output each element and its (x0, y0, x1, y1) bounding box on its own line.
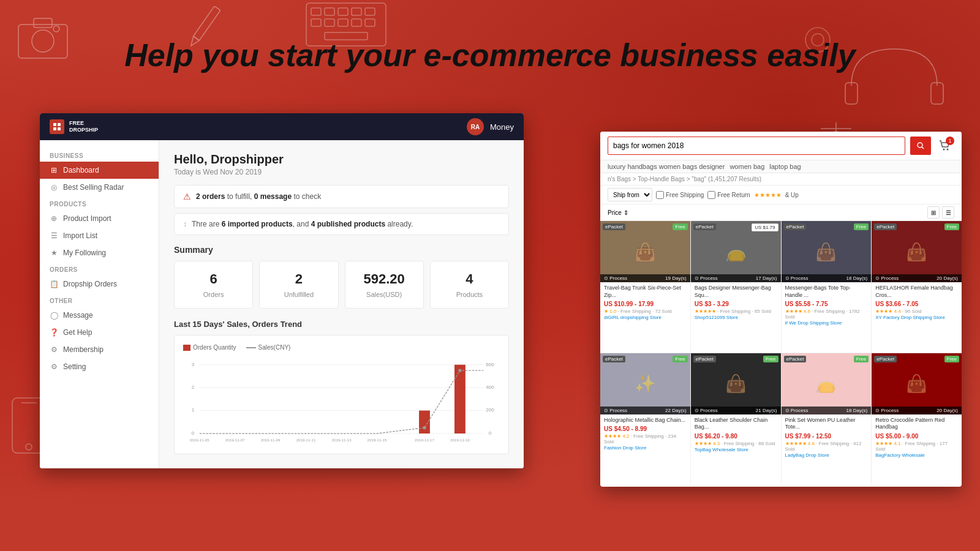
free-return-filter[interactable]: Free Return (707, 191, 750, 199)
sidebar-section-products: PRODUCTS (40, 196, 159, 210)
product-price-1: US $10.99 - 17.99 (604, 301, 687, 307)
price-sort-label: Price ⇕ (608, 209, 628, 216)
sidebar-item-best-selling[interactable]: ◎ Best Selling Radar (40, 179, 159, 196)
process-bar-7: ⊙ Process 18 Day(s) (782, 407, 872, 414)
sidebar-item-import-list[interactable]: ☰ Import List (40, 227, 159, 244)
product-stars-4: ★★★★ 4.4 (875, 309, 900, 314)
sidebar-item-following[interactable]: ★ My Following (40, 244, 159, 261)
process-days-8: 20 Day(s) (937, 408, 958, 413)
logo-area: FREE DROPSHIP (50, 119, 98, 134)
svg-text:2019-11-13: 2019-11-13 (332, 438, 352, 441)
product-store-3: If We Drop Shipping Store (785, 320, 868, 326)
svg-text:0: 0 (192, 430, 195, 436)
free-badge-6: Free (763, 356, 778, 362)
product-info-7: Pink Set Women PU Leather Tote... US $7.… (782, 414, 872, 462)
product-card-3[interactable]: 👜 ePacket Free ⊙ Process 18 Day(s) Messe… (782, 221, 872, 353)
free-badge-5: Free (673, 356, 687, 362)
setting-icon: ⚙ (50, 362, 58, 371)
product-meta-4: ★★★★ 4.4 · 96 Sold (875, 309, 958, 314)
epacket-badge-6: ePacket (693, 356, 716, 362)
sidebar-item-setting[interactable]: ⚙ Setting (40, 358, 159, 375)
product-store-4: XY Factory Drop Shipping Store (875, 315, 958, 320)
process-label-3: ⊙ Process (785, 276, 809, 281)
sidebar: BUSINESS ⊞ Dashboard ◎ Best Selling Rada… (40, 140, 159, 468)
ship-from-select[interactable]: Ship from (608, 188, 652, 201)
product-card-8[interactable]: 👜 ePacket Free ⊙ Process 20 Day(s) Retro… (872, 353, 962, 485)
stars-filter[interactable]: ★★★★★ (754, 192, 782, 198)
dashboard-topbar: FREE DROPSHIP RA Money (40, 113, 524, 140)
svg-text:2019-11-17: 2019-11-17 (415, 438, 434, 441)
tag-1[interactable]: luxury handbags women bags designer (608, 163, 725, 170)
product-card-5[interactable]: ✨ ePacket Free ⊙ Process 22 Day(s) Holog… (600, 353, 690, 485)
imported-count: 6 imported products (222, 220, 293, 228)
sidebar-item-dashboard[interactable]: ⊞ Dashboard (40, 162, 159, 179)
product-name-6: Black Leather Shoulder Chain Bag... (695, 417, 777, 431)
tag-3[interactable]: laptop bag (769, 163, 801, 170)
hero-heading: Help you start your e-commerce business … (124, 37, 856, 73)
product-info-4: HEFLASHOR Female Handbag Cros... US $3.6… (872, 282, 962, 324)
process-days-6: 21 Day(s) (756, 408, 777, 413)
cart-icon-wrap[interactable]: 1 (936, 137, 954, 155)
sidebar-label-message: Message (63, 311, 93, 320)
list-view-btn[interactable]: ☰ (942, 206, 954, 219)
price-sort[interactable]: Price ⇕ (608, 209, 628, 216)
sidebar-label-product-import: Product Import (63, 214, 111, 223)
product-card-6[interactable]: 👜 ePacket Free ⊙ Process 21 Day(s) Black… (691, 353, 781, 485)
process-bar-1: ⊙ Process 19 Day(s) (600, 274, 690, 282)
svg-point-65 (947, 149, 949, 151)
sidebar-item-product-import[interactable]: ⊕ Product Import (40, 210, 159, 227)
product-price-2: US $3 - 3.29 (695, 301, 777, 307)
unfulfilled-label: Unfulfilled (266, 291, 331, 298)
process-label-2: ⊙ Process (695, 276, 718, 281)
product-card-4[interactable]: 👜 ePacket Free ⊙ Process 20 Day(s) HEFLA… (872, 221, 962, 353)
tag-bar: luxury handbags women bags designer wome… (600, 160, 962, 173)
sidebar-item-message[interactable]: ◯ Message (40, 307, 159, 324)
product-meta-3: ★★★★ 4.6 · Free Shipping · 1782 Sold (785, 309, 868, 320)
greeting-text: Hello, Dropshipper (174, 152, 509, 167)
svg-point-62 (918, 143, 922, 148)
legend-sales-line (246, 347, 256, 348)
svg-text:0: 0 (489, 430, 492, 436)
product-meta-2: ★★★★★ · Free Shipping · 65 Sold (695, 309, 777, 314)
product-name-4: HEFLASHOR Female Handbag Cros... (875, 285, 958, 299)
info-products: ↕ Thre are 6 imported products, and 4 pu… (174, 213, 509, 235)
info-text: Thre are 6 imported products, and 4 publ… (192, 220, 413, 228)
date-text: Today is Wed Nov 20 2019 (174, 168, 509, 176)
product-name-1: Travel-Bag Trunk Six-Piece-Set Zip... (604, 285, 687, 299)
product-meta-5: ★★★★ 4.2 · Free Shipping · 234 Sold (604, 433, 687, 444)
sidebar-item-dropship-orders[interactable]: 📋 Dropship Orders (40, 276, 159, 293)
tag-2[interactable]: women bag (729, 163, 764, 170)
dot-7 (458, 369, 461, 372)
breadcrumb-bar: n's Bags > Top-Handle Bags > "bag" (1,45… (600, 173, 962, 186)
epacket-badge-1: ePacket (603, 223, 625, 230)
legend-orders-color (183, 345, 190, 351)
chart-area: 3 2 1 0 600 400 200 0 (183, 356, 500, 441)
sidebar-item-membership[interactable]: ⚙ Membership (40, 341, 159, 358)
product-store-7: LadyBag Drop Store (785, 452, 868, 458)
svg-text:400: 400 (486, 384, 494, 390)
product-meta-6: ★★★★ 4.3 · Free Shipping · 88 Sold (695, 441, 777, 446)
published-count: 4 published products (311, 220, 385, 228)
product-stars-6: ★★★★ 4.3 (695, 441, 720, 446)
free-return-checkbox[interactable] (707, 191, 715, 199)
free-shipping-filter[interactable]: Free Shipping (656, 191, 704, 199)
svg-text:2019-11-09: 2019-11-09 (261, 438, 281, 441)
dot-6 (423, 426, 426, 429)
sidebar-label-get-help: Get Help (63, 328, 92, 337)
product-stars-3: ★★★★ 4.6 (785, 309, 810, 314)
free-shipping-checkbox[interactable] (656, 191, 664, 199)
sidebar-item-get-help[interactable]: ❓ Get Help (40, 324, 159, 341)
product-card-1[interactable]: 👜 ePacket Free ⊙ Process 19 Day(s) Trave… (600, 221, 690, 353)
alert-to-fulfill: to fulfill, (227, 192, 254, 201)
search-button[interactable] (910, 137, 931, 155)
chart-container: Orders Quantity Sales(CNY) 3 2 1 0 (174, 335, 509, 454)
user-avatar[interactable]: RA (467, 118, 484, 135)
search-input[interactable] (608, 137, 905, 155)
process-bar-2: ⊙ Process 17 Day(s) (691, 274, 781, 282)
product-card-7[interactable]: 👝 ePacket Free ⊙ Process 18 Day(s) Pink … (782, 353, 872, 485)
svg-point-64 (943, 149, 945, 151)
product-card-2[interactable]: 👝 ePacket US $1.79 ⊙ Process 17 Day(s) B… (691, 221, 781, 353)
sidebar-label-setting: Setting (63, 362, 86, 371)
list-icon: ☰ (50, 231, 58, 240)
grid-view-btn[interactable]: ⊞ (927, 206, 940, 219)
